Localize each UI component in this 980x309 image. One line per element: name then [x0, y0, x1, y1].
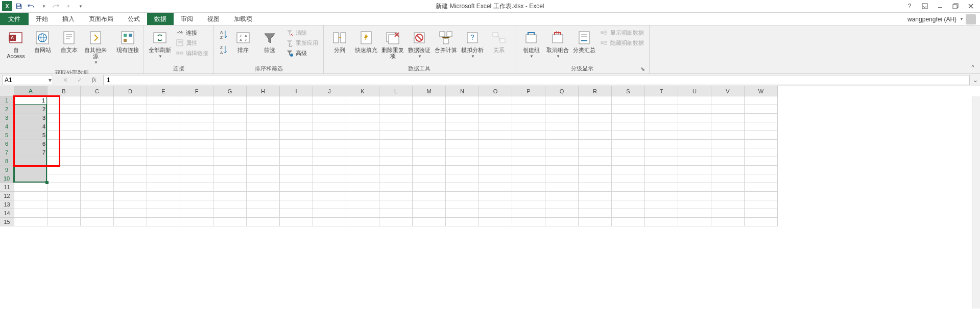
cell-Q8[interactable] [545, 157, 579, 166]
cell-S7[interactable] [612, 148, 645, 157]
advanced-filter-button[interactable]: 高级 [283, 48, 320, 58]
cell-I8[interactable] [280, 157, 313, 166]
sort-button[interactable]: ZAAZ排序 [230, 28, 256, 55]
cell-D6[interactable] [114, 140, 147, 148]
cell-U15[interactable] [678, 218, 711, 226]
formula-bar[interactable]: 1 [103, 75, 970, 85]
col-header-M[interactable]: M [413, 86, 446, 96]
col-header-K[interactable]: K [346, 86, 379, 96]
cell-L2[interactable] [379, 105, 413, 114]
col-header-U[interactable]: U [678, 86, 711, 96]
cell-E12[interactable] [147, 192, 180, 200]
col-header-G[interactable]: G [213, 86, 247, 96]
cell-B10[interactable] [47, 174, 81, 183]
remove-duplicates-button[interactable]: 删除重复项 [380, 28, 405, 61]
cell-S13[interactable] [612, 200, 645, 209]
cell-D7[interactable] [114, 148, 147, 157]
cell-O14[interactable] [479, 209, 512, 218]
cell-P13[interactable] [512, 200, 545, 209]
cell-E3[interactable] [147, 114, 180, 122]
row-header-15[interactable]: 15 [0, 218, 14, 226]
cell-O6[interactable] [479, 140, 512, 148]
cell-F4[interactable] [180, 122, 213, 131]
cell-R3[interactable] [579, 114, 612, 122]
cell-N14[interactable] [446, 209, 479, 218]
tab-插入[interactable]: 插入 [55, 13, 82, 25]
cell-S14[interactable] [612, 209, 645, 218]
cell-J14[interactable] [313, 209, 346, 218]
row-header-1[interactable]: 1 [0, 96, 14, 105]
cell-F11[interactable] [180, 183, 213, 192]
cell-O10[interactable] [479, 174, 512, 183]
cell-R15[interactable] [579, 218, 612, 226]
cell-J6[interactable] [313, 140, 346, 148]
cell-E15[interactable] [147, 218, 180, 226]
cell-P1[interactable] [512, 96, 545, 105]
cell-W11[interactable] [745, 183, 778, 192]
cell-C9[interactable] [81, 166, 114, 174]
cell-D4[interactable] [114, 122, 147, 131]
cell-N11[interactable] [446, 183, 479, 192]
cell-M7[interactable] [413, 148, 446, 157]
cell-J8[interactable] [313, 157, 346, 166]
cell-J2[interactable] [313, 105, 346, 114]
col-header-F[interactable]: F [180, 86, 213, 96]
row-header-6[interactable]: 6 [0, 140, 14, 148]
cell-F14[interactable] [180, 209, 213, 218]
cell-Q1[interactable] [545, 96, 579, 105]
row-header-5[interactable]: 5 [0, 131, 14, 140]
cell-V8[interactable] [711, 157, 745, 166]
cell-K3[interactable] [346, 114, 379, 122]
cell-U10[interactable] [678, 174, 711, 183]
cell-R7[interactable] [579, 148, 612, 157]
cell-T9[interactable] [645, 166, 678, 174]
cell-W6[interactable] [745, 140, 778, 148]
cell-A2[interactable]: 2 [14, 105, 47, 114]
cell-Q15[interactable] [545, 218, 579, 226]
cell-P8[interactable] [512, 157, 545, 166]
col-header-A[interactable]: A [14, 86, 47, 96]
cell-S15[interactable] [612, 218, 645, 226]
cell-U8[interactable] [678, 157, 711, 166]
cell-C1[interactable] [81, 96, 114, 105]
cell-A1[interactable]: 1 [14, 96, 47, 105]
cell-E2[interactable] [147, 105, 180, 114]
cell-K6[interactable] [346, 140, 379, 148]
cell-R13[interactable] [579, 200, 612, 209]
cell-S9[interactable] [612, 166, 645, 174]
cell-B3[interactable] [47, 114, 81, 122]
cell-I13[interactable] [280, 200, 313, 209]
cell-I1[interactable] [280, 96, 313, 105]
cell-U5[interactable] [678, 131, 711, 140]
data-validation-button[interactable]: 数据验证▼ [407, 28, 432, 61]
cell-B9[interactable] [47, 166, 81, 174]
cell-S6[interactable] [612, 140, 645, 148]
cell-J11[interactable] [313, 183, 346, 192]
sort-asc-button[interactable]: AZ [217, 28, 229, 42]
group-button[interactable]: 创建组▼ [518, 28, 544, 61]
cell-J12[interactable] [313, 192, 346, 200]
collapse-ribbon-button[interactable]: ^ [969, 63, 977, 71]
cell-grid[interactable]: 1234567 [14, 96, 778, 226]
cell-T6[interactable] [645, 140, 678, 148]
cell-F2[interactable] [180, 105, 213, 114]
cell-M8[interactable] [413, 157, 446, 166]
cell-T2[interactable] [645, 105, 678, 114]
cell-N6[interactable] [446, 140, 479, 148]
cell-G5[interactable] [213, 131, 247, 140]
cell-F7[interactable] [180, 148, 213, 157]
cell-P2[interactable] [512, 105, 545, 114]
vertical-scrollbar[interactable] [972, 96, 980, 308]
cell-W8[interactable] [745, 157, 778, 166]
cell-C10[interactable] [81, 174, 114, 183]
tab-公式[interactable]: 公式 [121, 13, 147, 25]
cell-D8[interactable] [114, 157, 147, 166]
cell-L15[interactable] [379, 218, 413, 226]
cell-V11[interactable] [711, 183, 745, 192]
cell-W15[interactable] [745, 218, 778, 226]
cell-P6[interactable] [512, 140, 545, 148]
cell-I5[interactable] [280, 131, 313, 140]
cell-P12[interactable] [512, 192, 545, 200]
cell-K7[interactable] [346, 148, 379, 157]
cell-I15[interactable] [280, 218, 313, 226]
